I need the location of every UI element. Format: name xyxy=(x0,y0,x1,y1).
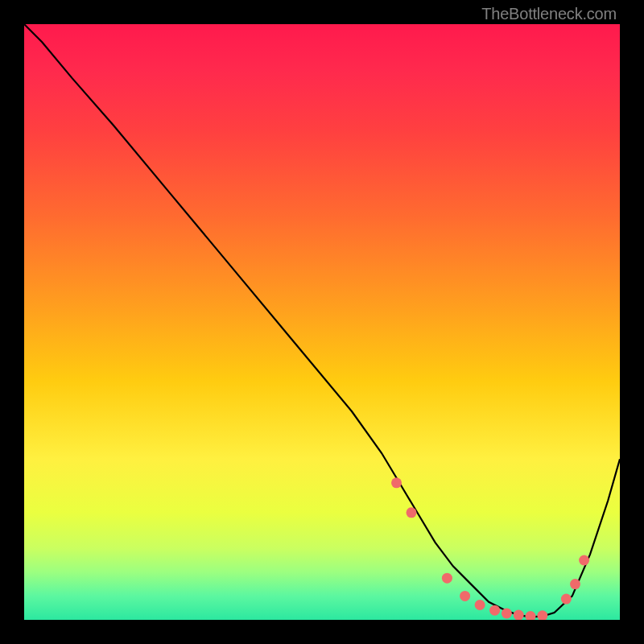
curve-marker xyxy=(561,594,572,605)
curve-marker xyxy=(537,610,547,620)
watermark-text: TheBottleneck.com xyxy=(481,5,617,23)
curve-marker xyxy=(407,507,417,518)
chart-container: { "watermark": "TheBottleneck.com", "col… xyxy=(0,0,644,644)
curve-marker xyxy=(570,579,580,589)
curve-marker xyxy=(502,608,512,618)
bottleneck-curve-svg xyxy=(24,24,620,620)
curve-marker xyxy=(579,555,589,566)
curve-marker xyxy=(526,611,536,620)
curve-marker xyxy=(460,591,470,601)
curve-marker xyxy=(489,605,500,616)
curve-markers xyxy=(391,477,589,620)
plot-area xyxy=(24,24,620,620)
curve-path xyxy=(24,24,620,617)
curve-marker xyxy=(475,600,485,610)
curve-marker xyxy=(514,610,524,620)
curve-marker xyxy=(391,477,402,488)
curve-marker xyxy=(442,573,452,584)
